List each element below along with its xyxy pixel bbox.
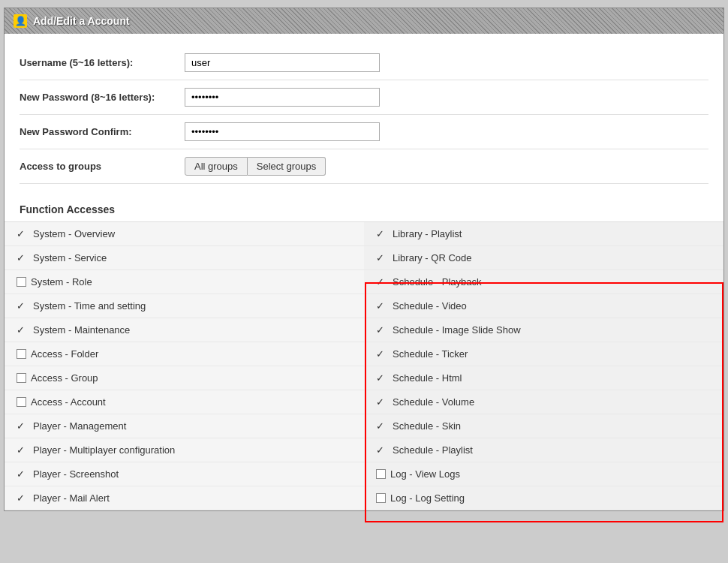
func-cell-left-10[interactable]: ✓Player - Screenshot — [5, 462, 364, 486]
func-label: Player - Mail Alert — [33, 492, 110, 504]
check-icon: ✓ — [17, 468, 29, 480]
password-confirm-label: New Password Confirm: — [20, 126, 185, 137]
function-accesses-grid: ✓System - Overview✓Library - Playlist✓Sy… — [5, 222, 723, 510]
checkbox-icon[interactable] — [376, 469, 386, 479]
title-bar: 👤 Add/Edit a Account — [5, 8, 723, 34]
func-label: Access - Account — [31, 396, 106, 408]
func-cell-right-6[interactable]: ✓Schedule - Html — [364, 366, 723, 390]
check-icon: ✓ — [17, 420, 29, 432]
func-label: Library - Playlist — [393, 228, 462, 239]
func-label: Schedule - Playlist — [393, 444, 473, 456]
func-cell-right-2[interactable]: ✓Schedule - Playback — [364, 270, 723, 294]
func-cell-left-4[interactable]: ✓System - Maintenance — [5, 318, 364, 342]
func-cell-right-9[interactable]: ✓Schedule - Playlist — [364, 438, 723, 462]
check-icon: ✓ — [17, 444, 29, 456]
func-label: Player - Screenshot — [33, 468, 119, 480]
func-cell-left-6[interactable]: Access - Group — [5, 366, 364, 390]
groups-btn-group: All groups Select groups — [185, 157, 326, 176]
func-label: Player - Multiplayer configuration — [33, 444, 175, 456]
func-label: Schedule - Image Slide Show — [393, 324, 521, 336]
window-icon: 👤 — [14, 14, 27, 28]
check-icon: ✓ — [376, 300, 388, 312]
func-cell-left-8[interactable]: ✓Player - Management — [5, 414, 364, 438]
main-window: 👤 Add/Edit a Account Username (5~16 lett… — [4, 8, 724, 511]
window-title: Add/Edit a Account — [33, 15, 130, 27]
func-cell-right-5[interactable]: ✓Schedule - Ticker — [364, 342, 723, 366]
all-groups-button[interactable]: All groups — [185, 157, 248, 176]
password-confirm-row: New Password Confirm: — [20, 115, 708, 149]
select-groups-button[interactable]: Select groups — [248, 157, 326, 176]
check-icon: ✓ — [376, 372, 388, 384]
check-icon: ✓ — [376, 348, 388, 360]
func-cell-right-8[interactable]: ✓Schedule - Skin — [364, 414, 723, 438]
func-cell-left-3[interactable]: ✓System - Time and setting — [5, 294, 364, 318]
func-label: Player - Management — [33, 420, 126, 432]
func-cell-right-0[interactable]: ✓Library - Playlist — [364, 222, 723, 246]
checkbox-icon[interactable] — [17, 349, 26, 359]
func-cell-right-4[interactable]: ✓Schedule - Image Slide Show — [364, 318, 723, 342]
func-cell-right-3[interactable]: ✓Schedule - Video — [364, 294, 723, 318]
check-icon: ✓ — [376, 420, 388, 432]
password-input[interactable] — [185, 88, 380, 107]
func-cell-left-11[interactable]: ✓Player - Mail Alert — [5, 486, 364, 510]
password-confirm-input[interactable] — [185, 122, 380, 141]
checkbox-icon[interactable] — [17, 373, 26, 383]
func-cell-left-2[interactable]: System - Role — [5, 270, 364, 294]
func-label: System - Maintenance — [33, 324, 130, 336]
check-icon: ✓ — [17, 252, 29, 263]
func-cell-left-5[interactable]: Access - Folder — [5, 342, 364, 366]
func-label: Access - Folder — [31, 348, 98, 360]
func-label: System - Time and setting — [33, 300, 146, 312]
func-label: Schedule - Ticker — [393, 348, 468, 360]
func-label: Schedule - Video — [393, 300, 467, 312]
func-label: Log - View Logs — [390, 468, 460, 480]
password-label: New Password (8~16 letters): — [20, 92, 185, 103]
groups-label: Access to groups — [20, 161, 185, 172]
func-cell-left-1[interactable]: ✓System - Service — [5, 246, 364, 270]
username-row: Username (5~16 letters): — [20, 46, 708, 80]
func-label: Log - Log Setting — [390, 492, 465, 504]
groups-row: Access to groups All groups Select group… — [20, 149, 708, 184]
form-body: Username (5~16 letters): New Password (8… — [5, 34, 723, 196]
check-icon: ✓ — [17, 300, 29, 312]
username-input[interactable] — [185, 53, 380, 72]
username-label: Username (5~16 letters): — [20, 57, 185, 68]
check-icon: ✓ — [376, 444, 388, 456]
check-icon: ✓ — [376, 324, 388, 336]
check-icon: ✓ — [376, 228, 388, 239]
func-label: Schedule - Volume — [393, 396, 474, 408]
check-icon: ✓ — [376, 252, 388, 263]
check-icon: ✓ — [17, 324, 29, 336]
func-cell-left-0[interactable]: ✓System - Overview — [5, 222, 364, 246]
check-icon: ✓ — [17, 492, 29, 504]
func-label: Library - QR Code — [393, 252, 471, 263]
func-cell-right-7[interactable]: ✓Schedule - Volume — [364, 390, 723, 414]
func-cell-right-11[interactable]: Log - Log Setting — [364, 486, 723, 510]
func-cell-right-10[interactable]: Log - View Logs — [364, 462, 723, 486]
func-label: Access - Group — [31, 372, 98, 384]
func-label: Schedule - Playback — [393, 276, 482, 288]
checkbox-icon[interactable] — [376, 493, 386, 503]
checkbox-icon[interactable] — [17, 397, 26, 407]
checkbox-icon[interactable] — [17, 277, 26, 287]
check-icon: ✓ — [17, 228, 29, 239]
check-icon: ✓ — [376, 396, 388, 408]
func-label: Schedule - Html — [393, 372, 462, 384]
func-label: Schedule - Skin — [393, 420, 461, 432]
func-label: System - Role — [31, 276, 92, 288]
func-cell-left-9[interactable]: ✓Player - Multiplayer configuration — [5, 438, 364, 462]
check-icon: ✓ — [376, 276, 388, 288]
function-accesses-header: Function Accesses — [5, 196, 723, 222]
func-label: System - Overview — [33, 228, 115, 239]
func-cell-right-1[interactable]: ✓Library - QR Code — [364, 246, 723, 270]
password-row: New Password (8~16 letters): — [20, 80, 708, 115]
func-label: System - Service — [33, 252, 107, 263]
func-cell-left-7[interactable]: Access - Account — [5, 390, 364, 414]
